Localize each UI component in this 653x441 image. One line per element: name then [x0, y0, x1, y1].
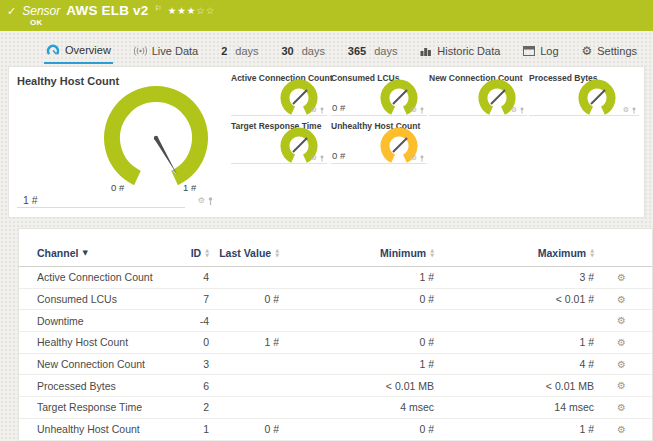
channel-minimum: 1 # [279, 358, 434, 370]
gauge-scale-max: 1 # [183, 182, 196, 193]
channel-id: 7 [177, 293, 209, 305]
tab-label-unit: days [374, 45, 397, 57]
gear-icon[interactable]: ⚙ [198, 196, 205, 205]
tab-historic-data[interactable]: Historic Data [418, 38, 502, 64]
table-row: Active Connection Count 4 1 # 3 # ⚙ [19, 267, 652, 289]
column-header-last-value[interactable]: Last Value ▲▼ [209, 247, 279, 259]
channel-maximum: 3 # [434, 271, 594, 283]
gauge-active-connection-count[interactable]: Active Connection Count ⚙ [231, 73, 327, 116]
tab-label: Live Data [152, 45, 198, 57]
gauge-cell-icons: ⚙ [411, 154, 424, 162]
sort-icon: ▲▼ [590, 248, 594, 257]
live-signal-icon [134, 46, 147, 56]
gear-icon[interactable]: ⚙ [311, 106, 317, 114]
main-gauge-healthy-host-count[interactable]: Healthy Host Count 0 # 1 # 1 # ⚙ [15, 73, 227, 208]
gauge-consumed-lcus[interactable]: Consumed LCUs 0 # ⚙ [331, 73, 427, 116]
channel-maximum: 1 # [434, 336, 594, 348]
channel-minimum: 0 # [279, 336, 434, 348]
channel-id: 2 [177, 401, 209, 413]
table-row: New Connection Count 3 1 # 4 # ⚙ [19, 354, 652, 376]
tab-live-data[interactable]: Live Data [132, 38, 200, 64]
tab-2-days[interactable]: 2days [219, 38, 260, 64]
tab-365-days[interactable]: 365days [346, 38, 400, 64]
gauge-cell-icons: ⚙ [511, 106, 524, 114]
prtg-sensor-overview-page: ✓ Sensor AWS ELB v2 ⚐ ★★★☆☆ OK Overview … [0, 0, 653, 441]
channel-settings-icon[interactable]: ⚙ [617, 337, 626, 348]
log-table-icon [523, 46, 535, 56]
column-header-id[interactable]: ID ▲▼ [177, 247, 209, 259]
channel-last-value: 0 # [209, 423, 279, 435]
gauge-new-connection-count[interactable]: New Connection Count ⚙ [429, 73, 527, 116]
tab-label: Settings [597, 45, 637, 57]
table-row: Unhealthy Host Count 1 0 # 0 # 1 # ⚙ [19, 419, 652, 441]
channel-last-value: 0 # [209, 293, 279, 305]
tab-log[interactable]: Log [521, 38, 560, 64]
gauge-icon [46, 44, 60, 56]
sort-desc-icon: ▼ [82, 249, 87, 257]
gear-icon[interactable]: ⚙ [623, 106, 629, 114]
channel-settings-icon[interactable]: ⚙ [617, 380, 626, 391]
stars-empty: ☆☆ [196, 5, 215, 16]
gauge-last-value: 0 # [332, 102, 345, 113]
gauge-cell-icons: ⚙ [311, 154, 324, 162]
gauge-target-response-time[interactable]: Target Response Time ⚙ [231, 121, 327, 164]
channel-maximum: 1 # [434, 423, 594, 435]
tab-label-number: 365 [348, 45, 366, 57]
channel-name: Processed Bytes [37, 380, 177, 392]
gauges-panel: Healthy Host Count 0 # 1 # 1 # ⚙ Active … [8, 66, 645, 218]
pin-icon[interactable] [632, 107, 636, 114]
tab-bar: Overview Live Data 2days 30days 365days … [0, 38, 653, 64]
tab-overview[interactable]: Overview [44, 38, 113, 64]
channel-name: New Connection Count [37, 358, 177, 370]
channels-table: Channel ▼ ID ▲▼ Last Value ▲▼ Minimum ▲▼… [18, 228, 653, 441]
channel-maximum: < 0.01 MB [434, 380, 594, 392]
channel-settings-icon[interactable]: ⚙ [617, 315, 626, 326]
channel-last-value: 1 # [209, 336, 279, 348]
column-header-minimum[interactable]: Minimum ▲▼ [279, 247, 434, 259]
sensor-type-label: Sensor [22, 4, 60, 18]
tab-label-number: 2 [221, 45, 227, 57]
pin-icon[interactable] [208, 197, 213, 205]
channel-minimum: < 0.01 MB [279, 380, 434, 392]
priority-stars[interactable]: ★★★☆☆ [168, 5, 216, 16]
gauge-dial [96, 76, 216, 192]
tab-label: Overview [65, 44, 111, 56]
gear-icon[interactable]: ⚙ [311, 154, 317, 162]
gear-icon[interactable]: ⚙ [411, 106, 417, 114]
column-header-channel[interactable]: Channel ▼ [37, 247, 177, 259]
channel-name: Active Connection Count [37, 271, 177, 283]
gear-icon[interactable]: ⚙ [511, 106, 517, 114]
column-header-maximum[interactable]: Maximum ▲▼ [434, 247, 594, 259]
table-row: Target Response Time 2 4 msec 14 msec ⚙ [19, 397, 652, 419]
channel-maximum: < 0.01 # [434, 293, 594, 305]
channel-maximum: 14 msec [434, 401, 594, 413]
channel-settings-icon[interactable]: ⚙ [617, 402, 626, 413]
pin-icon[interactable] [320, 107, 324, 114]
pin-icon[interactable] [320, 155, 324, 162]
pin-icon[interactable] [520, 107, 524, 114]
tab-label-number: 30 [281, 45, 293, 57]
gauge-cell-icons: ⚙ [623, 106, 636, 114]
priority-flag-icon[interactable]: ⚐ [155, 4, 162, 13]
channel-settings-icon[interactable]: ⚙ [617, 294, 626, 305]
gauge-cell-icons: ⚙ [411, 106, 424, 114]
pin-icon[interactable] [420, 155, 424, 162]
gauge-processed-bytes[interactable]: Processed Bytes ⚙ [529, 73, 639, 116]
tab-settings[interactable]: ⚙ Settings [579, 38, 639, 64]
channel-name: Downtime [37, 315, 177, 327]
channel-minimum: 1 # [279, 271, 434, 283]
gear-icon[interactable]: ⚙ [411, 154, 417, 162]
gauge-unhealthy-host-count[interactable]: Unhealthy Host Count 0 # ⚙ [331, 121, 427, 164]
tab-30-days[interactable]: 30days [279, 38, 327, 64]
channel-settings-icon[interactable]: ⚙ [617, 359, 626, 370]
table-row: Consumed LCUs 7 0 # 0 # < 0.01 # ⚙ [19, 289, 652, 311]
sensor-status-bar: ✓ Sensor AWS ELB v2 ⚐ ★★★☆☆ OK [0, 0, 653, 31]
gauge-scale-min: 0 # [111, 182, 124, 193]
pin-icon[interactable] [420, 107, 424, 114]
channel-settings-icon[interactable]: ⚙ [617, 272, 626, 283]
channel-id: 4 [177, 271, 209, 283]
channel-id: 3 [177, 358, 209, 370]
channel-id: 6 [177, 380, 209, 392]
channel-name: Consumed LCUs [37, 293, 177, 305]
channel-settings-icon[interactable]: ⚙ [617, 424, 626, 435]
